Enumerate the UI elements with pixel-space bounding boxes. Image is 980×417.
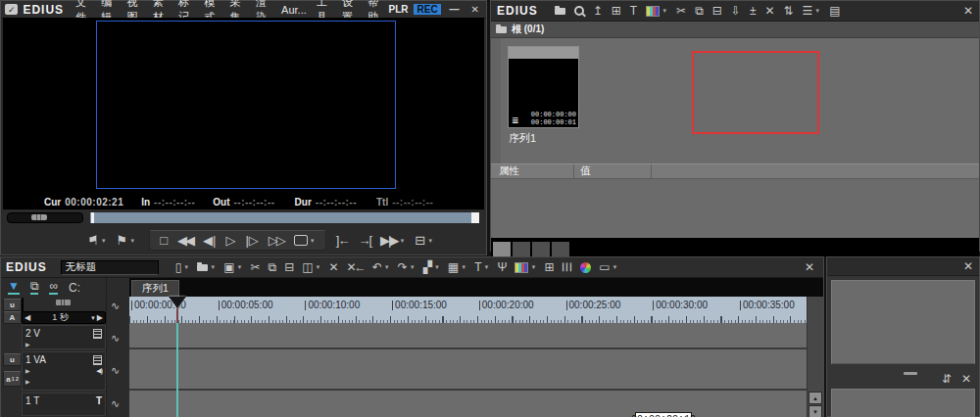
render-export-icon[interactable]: ▼ xyxy=(514,262,536,273)
paste-icon[interactable]: ⊟▼ xyxy=(712,5,722,17)
patch-icon[interactable]: ∿ xyxy=(111,332,120,345)
copy-icon[interactable]: ⧉▼ xyxy=(695,5,704,17)
clip-name-label[interactable]: 序列1 xyxy=(509,131,536,146)
bin-tab[interactable] xyxy=(513,242,530,256)
view-mode-icon[interactable]: ☰▼ xyxy=(803,5,821,17)
expand-track-icon[interactable]: ▶ xyxy=(25,378,30,385)
set-out-point-icon[interactable]: ⚑▼ xyxy=(117,234,136,247)
voiceover-mic-icon[interactable]: Ψ▼ xyxy=(497,261,507,273)
fast-forward-icon[interactable]: ▷▷▼ xyxy=(269,234,284,247)
ripple-delete-icon[interactable]: ✕▼ xyxy=(329,261,339,273)
video-track-icon[interactable] xyxy=(93,355,102,365)
sequence-tab[interactable]: 序列1 xyxy=(131,280,179,297)
speaker-icon[interactable]: ◀) xyxy=(96,367,102,375)
patch-icon[interactable]: ∿ xyxy=(111,300,120,312)
close-button[interactable]: ✕ xyxy=(805,261,814,273)
set-marker-icon[interactable]: ▦▼ xyxy=(448,261,466,273)
timeline-vertical-scrollbar[interactable]: ▲ ▼ xyxy=(807,297,823,417)
patch-icon[interactable]: ∿ xyxy=(111,364,120,377)
video-track-icon[interactable] xyxy=(93,329,102,339)
minimize-button[interactable]: — xyxy=(447,4,463,15)
sync-mode-icon[interactable]: ⧉ xyxy=(30,280,39,295)
patch-icon[interactable]: ∿ xyxy=(111,397,120,410)
master-audio-mute-button[interactable]: A xyxy=(3,311,22,324)
snap-mode-icon[interactable]: C: xyxy=(69,282,80,294)
plr-indicator[interactable]: PLR xyxy=(388,4,408,15)
copy-icon[interactable]: ⧉▼ xyxy=(269,261,277,273)
va-audio-mute-button[interactable]: a1 2 xyxy=(3,371,22,387)
master-video-mute-button[interactable]: u xyxy=(3,299,22,311)
new-sequence-icon[interactable]: ▯▼ xyxy=(175,261,190,273)
edius-logo-icon[interactable]: ✓ xyxy=(5,4,18,15)
title-icon[interactable]: T▼ xyxy=(474,261,489,273)
splitter-handle[interactable] xyxy=(904,372,917,375)
jump-to-out-icon[interactable]: →[▼ xyxy=(358,234,370,247)
cut-icon[interactable]: ✂▼ xyxy=(676,5,686,17)
save-project-icon[interactable]: ▣▼ xyxy=(223,261,242,273)
va-video-mute-button[interactable]: u xyxy=(3,353,22,366)
expand-track-icon[interactable]: ▶ xyxy=(25,341,30,348)
close-button[interactable]: ✕ xyxy=(468,4,482,15)
track-lane-1va[interactable] xyxy=(129,349,808,391)
scale-dropdown-icon[interactable]: ▼ xyxy=(90,315,96,321)
track-header-1t[interactable]: 1 TT xyxy=(22,393,106,416)
bin-tab[interactable] xyxy=(552,242,569,256)
zoom-slider-thumb[interactable] xyxy=(56,300,71,305)
search-icon[interactable]: ▼ xyxy=(574,6,584,16)
rewind-icon[interactable]: ◀◀▼ xyxy=(177,234,193,247)
insert-between-icon[interactable]: ◫▼ xyxy=(302,261,320,273)
set-in-point-icon[interactable]: ⚑▼ xyxy=(87,234,107,247)
window-layout-icon[interactable]: ▭▼ xyxy=(599,261,617,273)
add-to-timeline-icon[interactable]: ⇩▼ xyxy=(731,5,741,17)
close-button[interactable]: ✕ xyxy=(963,5,973,17)
create-title-icon[interactable]: T▼ xyxy=(630,5,637,17)
play-around-cursor-icon[interactable]: ▶|▶▼ xyxy=(380,234,405,247)
position-marker[interactable] xyxy=(91,212,94,223)
value-column-header[interactable]: 值 xyxy=(574,164,651,178)
delete-icon[interactable]: ✕▼ xyxy=(764,5,774,17)
clip-thumbnail[interactable]: ≣ 00:00:00:00 00:00:00:01 xyxy=(508,46,579,128)
view-options-icon[interactable]: ⇵ xyxy=(942,373,952,385)
move-up-folder-icon[interactable]: ↥▼ xyxy=(593,5,603,17)
bin-tab[interactable] xyxy=(532,242,550,256)
add-cut-point-icon[interactable]: ▞▼ xyxy=(423,261,440,273)
toolbox-icon[interactable]: ▤▼ xyxy=(829,5,840,17)
menu-item[interactable]: Aur... xyxy=(276,4,312,16)
property-column-header[interactable]: 属性 xyxy=(491,164,573,178)
previous-frame-icon[interactable]: ◀|▼ xyxy=(203,234,216,247)
insert-mode-icon[interactable]: ▼ xyxy=(8,280,20,295)
rec-indicator[interactable]: REC xyxy=(414,4,440,15)
new-folder-icon[interactable]: ▼ xyxy=(555,8,565,15)
properties-icon[interactable]: ±▼ xyxy=(750,5,757,17)
shuttle-thumb[interactable] xyxy=(31,214,47,220)
track-lane-2v[interactable] xyxy=(129,323,808,349)
delete-in-out-icon[interactable]: ✕←▼ xyxy=(347,261,365,273)
play-icon[interactable]: ▷▼ xyxy=(225,234,235,247)
next-frame-icon[interactable]: |▷▼ xyxy=(245,234,258,247)
ripple-mode-icon[interactable]: ∞ xyxy=(49,280,58,295)
undo-icon[interactable]: ↶▼ xyxy=(372,261,390,273)
jump-to-in-icon[interactable]: ]←▼ xyxy=(336,234,349,247)
track-header-2v[interactable]: 2 V ▶ xyxy=(22,325,106,349)
scroll-down-button[interactable]: ▼ xyxy=(808,405,822,417)
track-lane-1t[interactable] xyxy=(129,391,808,417)
timeline-scale-selector[interactable]: ◀ 1 秒 ▼ ▶ xyxy=(22,311,106,324)
project-title-field[interactable]: 无标题 xyxy=(61,260,159,275)
bin-content-area[interactable]: ≣ 00:00:00:00 00:00:00:01 序列1 xyxy=(491,38,979,163)
bin-tab[interactable] xyxy=(493,242,511,256)
column-divider[interactable] xyxy=(651,164,652,178)
cut-icon[interactable]: ✂▼ xyxy=(251,261,261,273)
paste-icon[interactable]: ⊟▼ xyxy=(284,261,294,273)
clear-panel-icon[interactable]: ✕ xyxy=(961,373,971,385)
expand-track-icon[interactable]: ▶ xyxy=(25,367,96,374)
add-clip-icon[interactable]: ⊞▼ xyxy=(612,5,621,17)
playhead-marker[interactable] xyxy=(169,297,186,308)
track-header-1va[interactable]: 1 VA ▶◀) ▶ xyxy=(22,351,106,391)
sort-icon[interactable]: ⇅▼ xyxy=(784,5,794,17)
stop-icon[interactable]: □▼ xyxy=(160,234,168,247)
multicam-icon[interactable]: ⊞▼ xyxy=(544,261,554,273)
open-project-icon[interactable]: ▼ xyxy=(197,264,216,271)
color-correction-icon[interactable]: ▼ xyxy=(580,262,591,273)
scale-right-arrow-icon[interactable]: ▶ xyxy=(97,313,103,322)
shuttle-slider[interactable] xyxy=(7,212,83,223)
